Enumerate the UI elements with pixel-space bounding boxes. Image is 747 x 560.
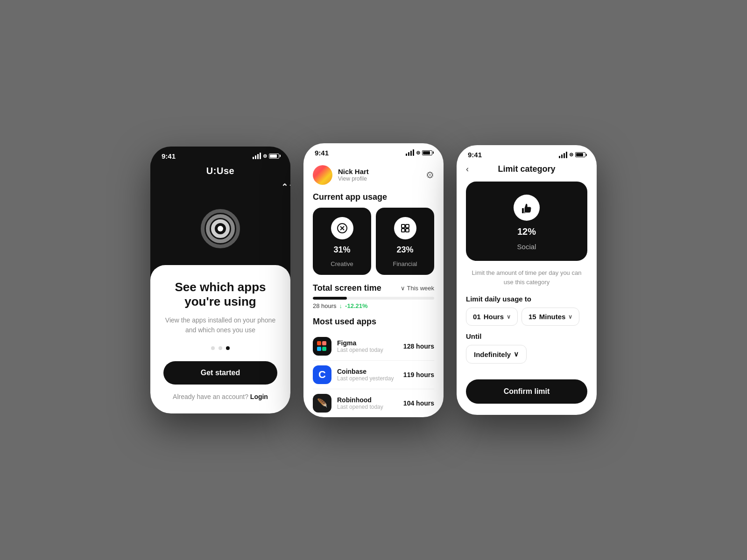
wifi-icon-3: ⊜ (569, 152, 573, 158)
profile-name: Nick Hart (338, 168, 369, 175)
svg-rect-6 (406, 224, 409, 228)
logo-area: ⌃⌃ (150, 186, 290, 265)
financial-icon (394, 217, 416, 239)
pct-change: ↓ (339, 302, 343, 309)
signal-icon-2 (406, 149, 414, 156)
app-row-robinhood: 🪶 Robinhood Last opened today 104 hours (313, 389, 434, 417)
hours-label: 28 hours (313, 302, 337, 309)
minutes-select[interactable]: 15 Minutes ∨ (521, 308, 579, 326)
avatar (313, 165, 332, 185)
robinhood-icon: 🪶 (313, 394, 331, 413)
headline: See which apps you're using (163, 280, 277, 309)
app-cards: 31% Creative 23% Financial (303, 208, 444, 275)
coinbase-logo: C (318, 369, 326, 381)
wifi-icon-1: ⊜ (263, 153, 267, 159)
minutes-unit: Minutes (539, 313, 566, 321)
creative-pct: 31% (333, 245, 350, 255)
financial-label: Financial (393, 260, 417, 267)
pct-change-value: -12.21% (345, 302, 367, 309)
figma-name: Figma (337, 339, 398, 347)
time-1: 9:41 (162, 152, 176, 160)
svg-rect-5 (402, 224, 405, 228)
robinhood-last: Last opened today (337, 404, 398, 410)
profile-info: Nick Hart View profile (338, 168, 369, 182)
svg-rect-8 (406, 229, 409, 232)
app-card-financial: 23% Financial (376, 208, 434, 275)
app-name: U:Use (150, 162, 290, 186)
status-icons-2: ⊜ (406, 149, 432, 156)
minutes-value: 15 (529, 313, 536, 321)
battery-icon-3 (575, 152, 585, 157)
until-select[interactable]: Indefinitely ∨ (466, 345, 527, 364)
profile-row: Nick Hart View profile ⚙ (303, 159, 444, 192)
signal-icon-3 (559, 152, 567, 158)
battery-icon-1 (269, 154, 279, 159)
subtext: View the apps installed on your phone an… (163, 315, 277, 335)
until-label: Until (466, 332, 587, 340)
figma-last: Last opened today (337, 347, 398, 353)
hours-select[interactable]: 01 Hours ∨ (466, 308, 518, 326)
dot-3 (226, 346, 230, 350)
this-week-filter[interactable]: ∨ This week (401, 285, 434, 292)
signal-icon-1 (253, 153, 261, 159)
time-selects: 01 Hours ∨ 15 Minutes ∨ (466, 308, 587, 326)
svg-rect-7 (402, 229, 405, 232)
coinbase-hours: 119 hours (403, 371, 434, 378)
hours-value: 01 (473, 313, 481, 321)
creative-label: Creative (331, 260, 353, 267)
robinhood-name: Robinhood (337, 396, 398, 404)
figma-hours: 128 hours (403, 343, 434, 350)
battery-icon-2 (422, 150, 432, 155)
phones-container: 9:41 ⊜ U:Use ⌃⌃ S (132, 125, 615, 436)
svg-rect-9 (522, 208, 524, 213)
svg-point-3 (218, 226, 223, 231)
pagination-dots (163, 346, 277, 350)
back-button[interactable]: ‹ (466, 164, 469, 174)
robinhood-info: Robinhood Last opened today (337, 396, 398, 410)
settings-icon[interactable]: ⚙ (426, 169, 434, 181)
get-started-button[interactable]: Get started (163, 361, 277, 385)
category-label: Social (517, 243, 536, 251)
figma-info: Figma Last opened today (337, 339, 398, 353)
progress-fill (313, 297, 347, 300)
app-card-creative: 31% Creative (313, 208, 371, 275)
category-pct: 12% (517, 226, 536, 237)
current-usage-title: Current app usage (303, 192, 444, 202)
financial-pct: 23% (396, 245, 413, 255)
status-icons-3: ⊜ (559, 152, 585, 158)
login-prompt-text: Already have an account? (173, 393, 248, 400)
dot-1 (211, 346, 215, 350)
status-bar-2: 9:41 ⊜ (303, 143, 444, 159)
hours-row: 28 hours ↓ -12.21% (303, 302, 444, 309)
creative-icon (331, 217, 353, 239)
coinbase-name: Coinbase (337, 368, 398, 375)
progress-bar-wrap (303, 297, 444, 300)
limit-description: Limit the amount of time per day you can… (457, 268, 597, 287)
social-icon (514, 195, 540, 221)
view-profile[interactable]: View profile (338, 175, 369, 182)
robinhood-hours: 104 hours (403, 399, 434, 407)
robinhood-logo: 🪶 (317, 398, 327, 408)
status-icons-1: ⊜ (253, 153, 279, 159)
login-link[interactable]: Login (250, 393, 268, 400)
hours-unit: Hours (484, 313, 504, 321)
confirm-limit-button[interactable]: Confirm limit (466, 379, 587, 404)
until-value: Indefinitely (474, 350, 511, 358)
up-arrow-icon: ⌃⌃ (281, 182, 290, 192)
daily-usage-section: Limit daily usage to 01 Hours ∨ 15 Minut… (457, 295, 597, 326)
hours-chevron-icon: ∨ (507, 314, 511, 320)
coinbase-icon: C (313, 365, 331, 384)
limit-category-title: Limit category (498, 164, 555, 174)
phone-1: 9:41 ⊜ U:Use ⌃⌃ S (150, 147, 290, 413)
time-2: 9:41 (315, 149, 329, 157)
status-bar-1: 9:41 ⊜ (150, 147, 290, 162)
minutes-chevron-icon: ∨ (568, 314, 572, 320)
coinbase-info: Coinbase Last opened yesterday (337, 368, 398, 382)
profile-left: Nick Hart View profile (313, 165, 369, 185)
phone-3: 9:41 ⊜ ‹ Limit category 12% Social Limit… (457, 145, 597, 415)
most-used-title: Most used apps (303, 317, 444, 327)
coinbase-last: Last opened yesterday (337, 375, 398, 382)
dot-2 (218, 346, 222, 350)
chevron-down-icon: ∨ (401, 285, 405, 292)
phone-1-bottom: See which apps you're using View the app… (150, 265, 290, 413)
